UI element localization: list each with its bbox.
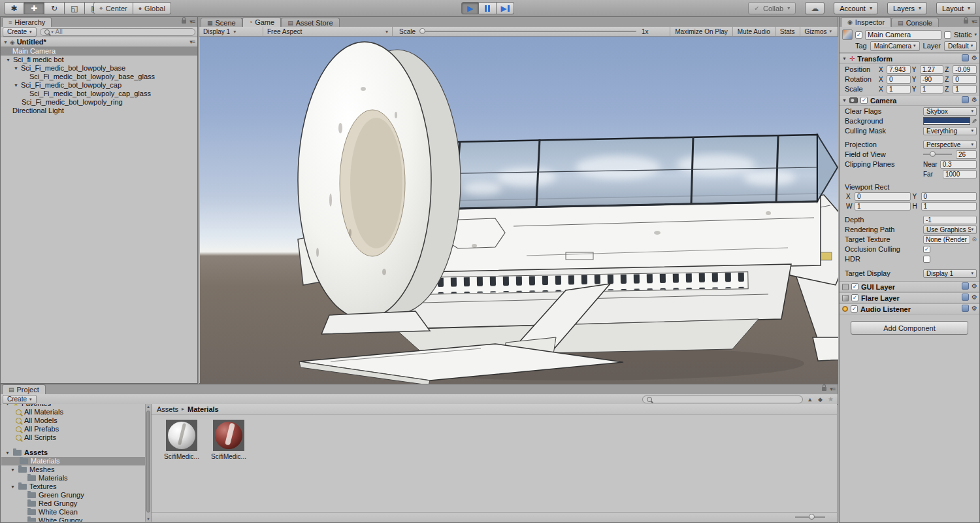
expander-icon[interactable]: ▼: [842, 56, 847, 61]
layer-dropdown[interactable]: Default▾: [944, 41, 977, 51]
tree-item-all-materials[interactable]: All Materials: [1, 408, 151, 416]
culling-mask-dropdown[interactable]: Everything▾: [923, 127, 977, 135]
tree-item-meshes[interactable]: ▼Meshes: [1, 465, 151, 474]
tab-asset-store[interactable]: ▤Asset Store: [281, 18, 339, 27]
background-color-swatch[interactable]: [923, 117, 970, 125]
layout-dropdown[interactable]: Layout▾: [936, 2, 976, 14]
hierarchy-item-cap-glass[interactable]: Sci_Fi_medic_bot_lowpoly_cap_glass: [1, 90, 197, 98]
eyedropper-icon[interactable]: ✎: [972, 118, 977, 125]
tab-inspector[interactable]: ◉Inspector: [841, 17, 891, 27]
tree-item-meshes-materials[interactable]: Materials: [1, 474, 151, 482]
scroll-up-icon[interactable]: ▲: [146, 405, 151, 409]
scale-y-field[interactable]: 1: [920, 85, 944, 93]
layers-dropdown[interactable]: Layers▾: [887, 2, 927, 14]
camera-enabled-checkbox[interactable]: ✓: [860, 97, 868, 104]
flare-layer-checkbox[interactable]: ✓: [851, 294, 858, 301]
hierarchy-item-lowpoly-ring[interactable]: Sci_Fi_medic_bot_lowpoly_ring: [1, 98, 197, 107]
viewport-y-field[interactable]: 0: [921, 192, 977, 201]
near-clip-field[interactable]: 0.3: [940, 160, 977, 169]
projection-dropdown[interactable]: Perspective▾: [923, 141, 977, 149]
hdr-checkbox[interactable]: [923, 256, 930, 263]
tab-game[interactable]: ◔Game: [242, 17, 281, 27]
gear-icon[interactable]: ⚙: [972, 282, 977, 290]
gui-layer-checkbox[interactable]: ✓: [851, 283, 858, 290]
help-icon[interactable]: [962, 305, 969, 312]
audio-listener-header[interactable]: ✓ Audio Listener ⚙: [840, 303, 979, 314]
lock-icon[interactable]: [964, 20, 968, 24]
viewport-x-field[interactable]: 0: [855, 192, 911, 201]
gear-icon[interactable]: ⚙: [972, 305, 977, 312]
hierarchy-item-lowpoly-cap[interactable]: ▼Sci_Fi_medic_bot_lowpoly_cap: [1, 81, 197, 90]
occlusion-culling-checkbox[interactable]: ✓: [923, 246, 930, 253]
tab-console[interactable]: ▤Console: [891, 18, 939, 27]
project-create-button[interactable]: Create▾: [3, 395, 37, 404]
expander-icon[interactable]: ▼: [842, 98, 847, 103]
target-display-dropdown[interactable]: Display 1▾: [923, 269, 977, 278]
position-x-field[interactable]: 7.943: [887, 65, 911, 74]
cloud-button[interactable]: ☁: [805, 2, 825, 14]
gizmos-dropdown[interactable]: Gizmos▾: [800, 27, 836, 36]
hand-tool-button[interactable]: ✱: [4, 2, 24, 14]
account-dropdown[interactable]: Account▾: [834, 2, 878, 14]
collab-dropdown[interactable]: ✔Collab▾: [748, 2, 796, 14]
help-icon[interactable]: [962, 294, 969, 301]
hierarchy-item-directional-light[interactable]: Directional Light: [1, 107, 197, 115]
rotate-tool-button[interactable]: ↻: [44, 2, 65, 14]
aspect-dropdown[interactable]: Free Aspect▾: [263, 27, 393, 36]
scroll-down-icon[interactable]: ▼: [146, 517, 151, 521]
hierarchy-create-button[interactable]: Create▾: [3, 27, 37, 37]
lock-icon[interactable]: [822, 387, 826, 391]
scale-x-field[interactable]: 1: [887, 85, 911, 93]
move-tool-button[interactable]: ✚: [24, 2, 44, 14]
position-z-field[interactable]: -0.09: [953, 65, 977, 74]
tree-scrollbar[interactable]: ▲ ▼: [145, 404, 151, 522]
target-texture-field[interactable]: None (Render Textu: [923, 235, 970, 244]
breadcrumb-current[interactable]: Materials: [188, 405, 219, 413]
scale-tool-button[interactable]: ◱: [65, 2, 85, 14]
scene-menu-icon[interactable]: ▾≡: [189, 39, 195, 45]
gear-icon[interactable]: ⚙: [972, 294, 977, 301]
flare-layer-header[interactable]: ✓ Flare Layer ⚙: [840, 292, 979, 303]
search-by-label-icon[interactable]: ◆: [818, 396, 823, 403]
hierarchy-item-main-camera[interactable]: Main Camera: [1, 47, 197, 56]
asset-scifimedic-white[interactable]: ScifiMedic...: [162, 420, 201, 460]
display-dropdown[interactable]: Display 1▾: [199, 27, 263, 36]
gui-layer-header[interactable]: ✓ GUI Layer ⚙: [840, 281, 979, 292]
tree-item-white-grungy[interactable]: White Grungy: [1, 516, 151, 522]
viewport-h-field[interactable]: 1: [921, 202, 977, 211]
play-button[interactable]: ▶: [461, 2, 479, 14]
favorites-filter-icon[interactable]: ★: [828, 396, 834, 403]
game-render-area[interactable]: [200, 37, 838, 384]
thumbnail-size-slider[interactable]: [795, 516, 825, 518]
panel-menu-icon[interactable]: ▾≡: [972, 18, 977, 25]
help-icon[interactable]: [962, 282, 969, 290]
pivot-mode-button[interactable]: ⌖Center: [93, 2, 133, 14]
expander-icon[interactable]: ▼: [3, 40, 8, 44]
rotation-z-field[interactable]: 0: [953, 75, 977, 84]
scene-header[interactable]: ▼ ◈ Untitled* ▾≡: [1, 37, 197, 47]
asset-scifimedic-red[interactable]: ScifiMedic...: [209, 420, 248, 460]
static-checkbox[interactable]: [944, 31, 951, 39]
pause-button[interactable]: [479, 2, 497, 14]
far-clip-field[interactable]: 1000: [943, 170, 977, 178]
audio-listener-checkbox[interactable]: ✓: [851, 305, 858, 312]
expander-icon[interactable]: ▼: [14, 81, 19, 90]
tree-item-green-grungy[interactable]: Green Grungy: [1, 491, 151, 499]
scale-z-field[interactable]: 1: [953, 85, 977, 93]
tree-item-white-clean[interactable]: White Clean: [1, 508, 151, 516]
mute-audio-button[interactable]: Mute Audio: [732, 27, 775, 36]
expander-icon[interactable]: ▼: [6, 56, 11, 64]
scrollbar-thumb[interactable]: [146, 411, 150, 513]
tab-project[interactable]: ▤Project: [2, 384, 46, 394]
stats-button[interactable]: Stats: [775, 27, 800, 36]
step-button[interactable]: ▶: [497, 2, 514, 14]
panel-menu-icon[interactable]: ▾≡: [830, 386, 835, 392]
camera-component-header[interactable]: ▼ ✓ Camera ⚙: [840, 95, 979, 106]
add-component-button[interactable]: Add Component: [851, 321, 968, 335]
lock-icon[interactable]: [182, 20, 186, 24]
hierarchy-item-medic-bot[interactable]: ▼Sci_fi medic bot: [1, 56, 197, 64]
object-picker-icon[interactable]: ⊙: [972, 236, 977, 243]
help-icon[interactable]: [962, 54, 969, 61]
tree-item-all-scripts[interactable]: All Scripts: [1, 433, 151, 442]
hierarchy-search-input[interactable]: ▾All: [40, 28, 195, 36]
